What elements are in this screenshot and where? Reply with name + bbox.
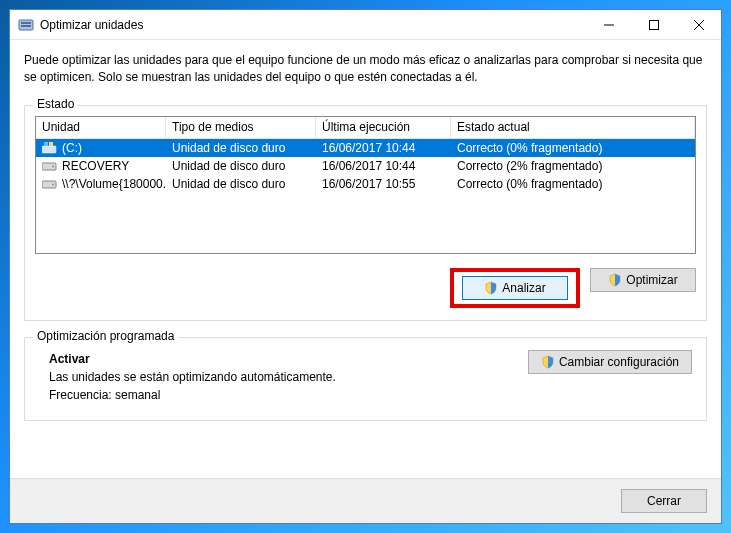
cell-media: Unidad de disco duro <box>166 157 316 175</box>
cell-unit: RECOVERY <box>62 159 129 173</box>
hdd-icon <box>42 178 58 190</box>
optimize-label: Optimizar <box>626 273 677 287</box>
status-group: Estado Unidad Tipo de medios Última ejec… <box>24 105 707 321</box>
minimize-button[interactable] <box>586 10 631 39</box>
status-buttons: Analizar Optimizar <box>35 268 696 308</box>
cell-media: Unidad de disco duro <box>166 139 316 157</box>
col-unit[interactable]: Unidad <box>36 117 166 139</box>
col-media[interactable]: Tipo de medios <box>166 117 316 139</box>
shield-icon <box>608 273 622 287</box>
app-icon <box>18 17 34 33</box>
table-row[interactable]: RECOVERY Unidad de disco duro 16/06/2017… <box>36 157 695 175</box>
svg-rect-7 <box>42 146 56 153</box>
optimize-button[interactable]: Optimizar <box>590 268 696 292</box>
svg-point-11 <box>52 166 54 168</box>
hdd-icon <box>42 160 58 172</box>
cell-media: Unidad de disco duro <box>166 175 316 193</box>
system-drive-icon <box>42 142 58 154</box>
table-row[interactable]: (C:) Unidad de disco duro 16/06/2017 10:… <box>36 139 695 157</box>
status-legend: Estado <box>33 97 78 111</box>
change-settings-label: Cambiar configuración <box>559 355 679 369</box>
footer: Cerrar <box>10 478 721 523</box>
maximize-button[interactable] <box>631 10 676 39</box>
drives-list[interactable]: Unidad Tipo de medios Última ejecución E… <box>35 116 696 254</box>
optimize-drives-window: Optimizar unidades Puede optimizar las u… <box>9 9 722 524</box>
table-row[interactable]: \\?\Volume{180000... Unidad de disco dur… <box>36 175 695 193</box>
close-label: Cerrar <box>647 494 681 508</box>
shield-icon <box>484 281 498 295</box>
intro-text: Puede optimizar las unidades para que el… <box>24 52 707 87</box>
cell-last: 16/06/2017 10:55 <box>316 175 451 193</box>
analyze-highlight: Analizar <box>450 268 580 308</box>
svg-point-13 <box>52 184 54 186</box>
col-last[interactable]: Última ejecución <box>316 117 451 139</box>
svg-rect-9 <box>49 142 53 146</box>
cell-last: 16/06/2017 10:44 <box>316 157 451 175</box>
schedule-block: Cambiar configuración Activar Las unidad… <box>35 348 696 408</box>
list-body: (C:) Unidad de disco duro 16/06/2017 10:… <box>36 139 695 193</box>
close-dialog-button[interactable]: Cerrar <box>621 489 707 513</box>
cell-state: Correcto (0% fragmentado) <box>451 139 695 157</box>
analyze-button[interactable]: Analizar <box>462 276 568 300</box>
schedule-legend: Optimización programada <box>33 329 178 343</box>
svg-rect-2 <box>21 25 31 27</box>
analyze-label: Analizar <box>502 281 545 295</box>
cell-unit: (C:) <box>62 141 82 155</box>
window-title: Optimizar unidades <box>40 18 586 32</box>
content-area: Puede optimizar las unidades para que el… <box>10 40 721 478</box>
cell-last: 16/06/2017 10:44 <box>316 139 451 157</box>
cell-state: Correcto (0% fragmentado) <box>451 175 695 193</box>
cell-state: Correcto (2% fragmentado) <box>451 157 695 175</box>
svg-rect-4 <box>649 20 658 29</box>
schedule-group: Optimización programada Cambiar configur… <box>24 337 707 421</box>
close-button[interactable] <box>676 10 721 39</box>
window-controls <box>586 10 721 39</box>
list-header: Unidad Tipo de medios Última ejecución E… <box>36 117 695 139</box>
schedule-line2: Frecuencia: semanal <box>49 388 692 402</box>
col-state[interactable]: Estado actual <box>451 117 695 139</box>
cell-unit: \\?\Volume{180000... <box>62 177 166 191</box>
svg-rect-8 <box>44 142 48 146</box>
shield-icon <box>541 355 555 369</box>
titlebar: Optimizar unidades <box>10 10 721 40</box>
change-settings-button[interactable]: Cambiar configuración <box>528 350 692 374</box>
svg-rect-1 <box>21 22 31 24</box>
